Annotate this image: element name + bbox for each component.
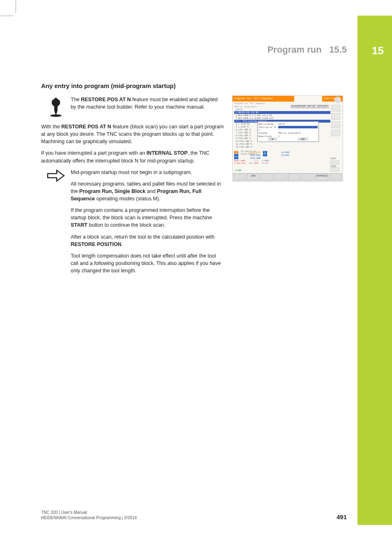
note-p1: Mid-program startup must not begin in a … xyxy=(71,169,223,176)
footer-line-1: TNC 320 | User's Manual xyxy=(41,510,137,515)
note-p2: All necessary programs, tables and palle… xyxy=(71,180,223,202)
scr-dialog-end[interactable]: END xyxy=(298,137,308,141)
intro-paragraph: The RESTORE POS AT N feature must be ena… xyxy=(71,96,223,111)
scr-subtitle: Program run full sequence xyxy=(233,102,343,105)
scr-coordinate-display: X+100.000B+0.000 Y+200.000C+0.000 Z+240.… xyxy=(234,151,330,165)
scr-ok-indicator: ✔ OK xyxy=(235,169,242,172)
scr-mode-label: Program run, full sequence xyxy=(233,96,294,102)
scr-startup-dialog: Main program113.H Start-up at: N = Progr… xyxy=(257,121,319,142)
page-footer: TNC 320 | User's Manual HEIDENHAIN Conve… xyxy=(41,510,347,520)
body-paragraph-2: If you have interrupted a part program w… xyxy=(41,149,224,164)
page-number: 491 xyxy=(337,513,347,520)
scr-side-buttons xyxy=(331,105,342,138)
crop-mark-vertical xyxy=(16,0,16,13)
section-header: Program run 15.5 xyxy=(0,44,392,55)
note-p3: If the program contains a programmed int… xyxy=(71,207,223,229)
chapter-sidebar: 15 xyxy=(357,16,392,525)
note-p4: After a block scan, return the tool to t… xyxy=(71,233,223,248)
footer-line-2: HEIDENHAIN Conversational Programming | … xyxy=(41,515,137,520)
machine-tool-icon xyxy=(41,96,71,117)
crop-mark-horizontal xyxy=(0,16,13,16)
note-arrow-icon xyxy=(41,169,71,182)
scr-softkey-row: END ADVANCES xyxy=(233,173,342,181)
note-p5: Tool length compensation does not take e… xyxy=(71,252,223,274)
body-paragraph-1: With the RESTORE POS AT N feature (block… xyxy=(41,123,224,145)
section-title: Program run xyxy=(267,44,322,55)
section-number: 15.5 xyxy=(329,44,347,55)
gear-icon xyxy=(334,97,341,103)
tnc-screenshot: Program run, full sequence Test run Prog… xyxy=(232,95,343,182)
page-heading: Any entry into program (mid-program star… xyxy=(41,82,345,89)
svg-point-0 xyxy=(50,114,62,117)
scr-dialog-ok[interactable]: OK xyxy=(268,137,277,141)
scr-info-tabs: Overview PGM LBL CYC M POS TOOL xyxy=(291,105,329,108)
